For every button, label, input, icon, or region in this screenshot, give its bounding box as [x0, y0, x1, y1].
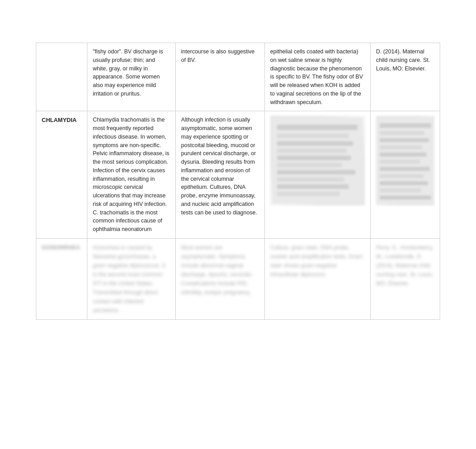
gonorrhea-description-text: Gonorrhea is caused by Neisseria gonorrh… — [93, 244, 165, 314]
table-row: GONORRHEA Gonorrhea is caused by Neisser… — [36, 238, 440, 319]
gonorrhea-label: GONORRHEA — [42, 244, 80, 251]
svg-rect-18 — [380, 167, 430, 171]
svg-rect-22 — [380, 196, 431, 200]
gonorrhea-symptoms-cell: Most women are asymptomatic. Symptoms in… — [176, 238, 265, 319]
gonorrhea-diagnosis-cell: Culture, gram stain, DNA probe, nucleic … — [264, 238, 370, 319]
gonorrhea-diagnosis-text: Culture, gram stain, DNA probe, nucleic … — [270, 244, 363, 278]
svg-rect-10 — [277, 192, 340, 196]
svg-rect-13 — [380, 131, 424, 135]
chlamydia-diagnosis-image-cell — [264, 111, 370, 239]
svg-rect-2 — [277, 134, 349, 138]
gonorrhea-reference-cell: Perry, S., Hockenberry, M., Lowdermilk, … — [370, 238, 440, 319]
chlamydia-description-text: Chlamydia trachomatis is the most freque… — [93, 117, 169, 232]
chlamydia-symptoms-cell: Although infection is usually asymptomat… — [176, 111, 265, 239]
chlamydia-name-cell: CHLAMYDIA — [36, 111, 87, 239]
bv-description-text: "fishy odor". BV discharge is usually pr… — [93, 48, 163, 97]
bv-reference-cell: D. (2014). Maternal child nursing care. … — [370, 43, 440, 111]
chlamydia-reference-image-cell — [370, 111, 440, 239]
svg-rect-7 — [277, 170, 355, 174]
bv-symptoms-text: intercourse is also suggestive of BV. — [181, 48, 255, 63]
svg-rect-15 — [380, 145, 422, 149]
blurred-ref-image-svg — [376, 118, 434, 203]
svg-rect-21 — [380, 188, 421, 192]
gonorrhea-reference-text: Perry, S., Hockenberry, M., Lowdermilk, … — [376, 244, 433, 287]
gonorrhea-symptoms-text: Most women are asymptomatic. Symptoms in… — [181, 244, 253, 296]
bv-reference-text: D. (2014). Maternal child nursing care. … — [376, 48, 430, 72]
chlamydia-label: CHLAMYDIA — [42, 117, 77, 123]
chlamydia-reference-image — [376, 116, 434, 205]
bv-desc-cell: "fishy odor". BV discharge is usually pr… — [87, 43, 175, 111]
svg-rect-9 — [277, 184, 349, 189]
main-table-wrapper: "fishy odor". BV discharge is usually pr… — [36, 43, 440, 320]
content-table: "fishy odor". BV discharge is usually pr… — [36, 43, 440, 320]
chlamydia-diagnosis-image — [270, 116, 365, 205]
svg-rect-3 — [277, 141, 353, 146]
svg-rect-16 — [380, 153, 427, 157]
bv-symptoms-cell: intercourse is also suggestive of BV. — [176, 43, 265, 111]
svg-rect-6 — [277, 163, 342, 167]
gonorrhea-name-cell: GONORRHEA — [36, 238, 87, 319]
svg-rect-12 — [380, 123, 431, 128]
chlamydia-symptoms-text: Although infection is usually asymptomat… — [181, 117, 257, 215]
svg-rect-17 — [380, 160, 420, 164]
svg-rect-4 — [277, 148, 346, 153]
svg-rect-20 — [380, 181, 428, 185]
bv-diagnosis-text: epithelial cells coated with bacteria) o… — [270, 48, 363, 105]
table-row: CHLAMYDIA Chlamydia trachomatis is the m… — [36, 111, 440, 239]
bv-name-cell — [36, 43, 87, 111]
svg-rect-19 — [380, 174, 424, 178]
svg-rect-0 — [273, 118, 362, 203]
svg-rect-1 — [277, 125, 358, 130]
chlamydia-desc-cell: Chlamydia trachomatis is the most freque… — [87, 111, 175, 239]
bv-diagnosis-cell: epithelial cells coated with bacteria) o… — [264, 43, 370, 111]
svg-rect-5 — [277, 156, 351, 160]
svg-rect-14 — [380, 138, 429, 142]
table-row: "fishy odor". BV discharge is usually pr… — [36, 43, 440, 111]
blurred-image-svg — [273, 118, 362, 203]
gonorrhea-desc-cell: Gonorrhea is caused by Neisseria gonorrh… — [87, 238, 175, 319]
svg-rect-8 — [277, 177, 344, 182]
